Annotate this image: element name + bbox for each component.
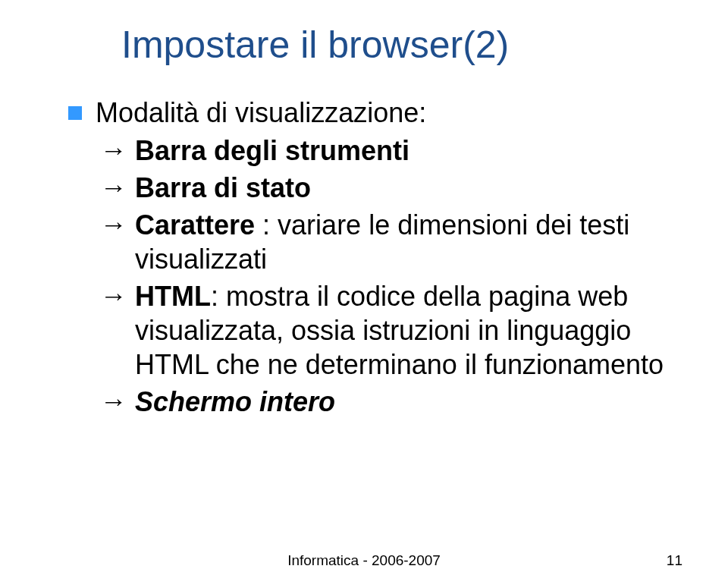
arrow-icon: → bbox=[100, 208, 127, 240]
footer-text: Informatica - 2006-2007 bbox=[287, 552, 441, 569]
bullet-level1: Modalità di visualizzazione: bbox=[68, 97, 682, 129]
page-number: 11 bbox=[667, 552, 682, 569]
slide-title: Impostare il browser(2) bbox=[121, 23, 682, 67]
sub-item-toolbar: → Barra degli strumenti bbox=[100, 134, 682, 168]
sub-bold: Barra di stato bbox=[135, 172, 311, 203]
sub-text: Carattere : variare le dimensioni dei te… bbox=[135, 208, 682, 276]
arrow-icon: → bbox=[100, 134, 127, 166]
sub-text: HTML: mostra il codice della pagina web … bbox=[135, 279, 682, 382]
bullet1-text: Modalità di visualizzazione: bbox=[96, 97, 426, 129]
sub-text: Schermo intero bbox=[135, 385, 335, 419]
arrow-icon: → bbox=[100, 279, 127, 312]
sub-text: Barra degli strumenti bbox=[135, 134, 410, 168]
sub-rest: : mostra il codice della pagina web visu… bbox=[135, 281, 664, 380]
arrow-icon: → bbox=[100, 385, 127, 417]
sub-item-html: → HTML: mostra il codice della pagina we… bbox=[100, 279, 682, 382]
sub-bold: HTML bbox=[135, 281, 211, 312]
sub-bold: Carattere bbox=[135, 209, 255, 240]
sub-item-statusbar: → Barra di stato bbox=[100, 171, 682, 205]
slide: Impostare il browser(2) Modalità di visu… bbox=[0, 0, 728, 569]
square-bullet-icon bbox=[68, 106, 82, 120]
sub-bold: Barra degli strumenti bbox=[135, 135, 410, 166]
sub-bold: Schermo intero bbox=[135, 386, 335, 417]
sub-text: Barra di stato bbox=[135, 171, 311, 205]
sub-item-font: → Carattere : variare le dimensioni dei … bbox=[100, 208, 682, 276]
arrow-icon: → bbox=[100, 171, 127, 203]
sub-item-fullscreen: → Schermo intero bbox=[100, 385, 682, 419]
